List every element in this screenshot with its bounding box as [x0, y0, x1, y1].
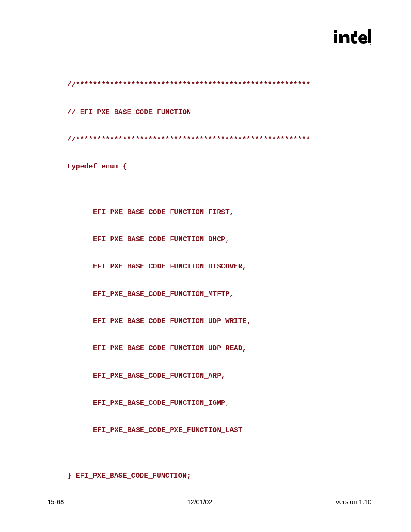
footer-right: Version 1.10: [336, 498, 371, 505]
enum-items: EFI_PXE_BASE_CODE_FUNCTION_FIRST, EFI_PX…: [67, 190, 369, 453]
code-line: // EFI_PXE_BASE_CODE_FUNCTION: [67, 108, 369, 117]
code-line: EFI_PXE_BASE_CODE_FUNCTION_ARP,: [93, 371, 369, 380]
code-line: EFI_PXE_BASE_CODE_FUNCTION_DISCOVER,: [93, 262, 369, 271]
footer-left: 15-68: [47, 498, 64, 505]
svg-rect-1: [334, 34, 337, 43]
page-footer: 15-68 12/01/02 Version 1.10: [47, 498, 371, 505]
code-line: EFI_PXE_BASE_CODE_FUNCTION_IGMP,: [93, 398, 369, 408]
code-line: EFI_PXE_BASE_CODE_FUNCTION_MTFTP,: [93, 289, 369, 299]
code-line: } EFI_PXE_BASE_CODE_FUNCTION;: [67, 471, 369, 480]
code-line: typedef enum {: [67, 162, 369, 171]
intel-logo: [334, 28, 371, 46]
code-line: //**************************************…: [67, 80, 369, 89]
code-line: EFI_PXE_BASE_CODE_FUNCTION_DHCP,: [93, 235, 369, 244]
svg-rect-2: [354, 31, 357, 34]
code-line: EFI_PXE_BASE_CODE_FUNCTION_UDP_READ,: [93, 344, 369, 353]
code-block: //**************************************…: [67, 62, 369, 498]
page-content: //**************************************…: [67, 62, 369, 532]
document-page: //**************************************…: [0, 0, 411, 532]
code-line: EFI_PXE_BASE_CODE_PXE_FUNCTION_LAST: [93, 426, 369, 435]
code-line: //**************************************…: [67, 135, 369, 144]
svg-rect-3: [368, 29, 371, 43]
footer-center: 12/01/02: [187, 498, 212, 505]
code-line: EFI_PXE_BASE_CODE_FUNCTION_FIRST,: [93, 208, 369, 217]
svg-rect-0: [334, 30, 337, 33]
code-line: EFI_PXE_BASE_CODE_FUNCTION_UDP_WRITE,: [93, 317, 369, 326]
